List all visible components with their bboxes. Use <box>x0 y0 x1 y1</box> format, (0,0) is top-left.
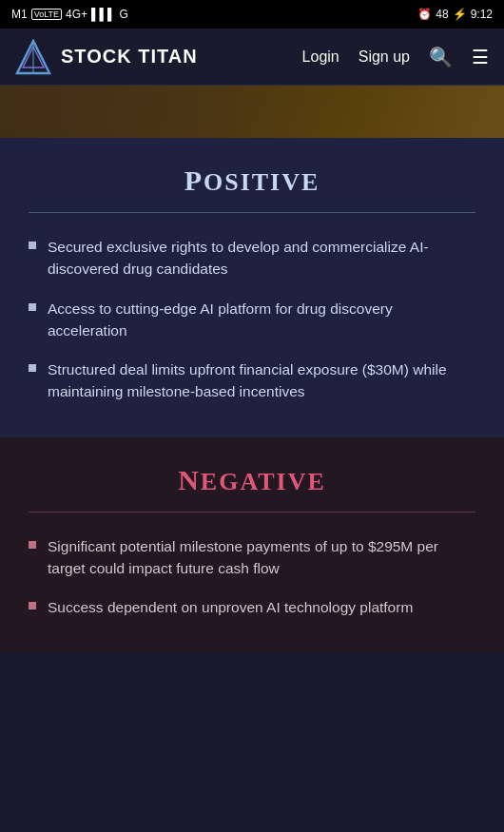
positive-item-2: Access to cutting-edge AI platform for d… <box>48 298 475 342</box>
bullet-square-neg <box>29 541 36 549</box>
negative-item-1: Significant potential milestone payments… <box>48 535 475 580</box>
positive-item-1: Secured exclusive rights to develop and … <box>48 236 475 281</box>
positive-bullet-list: Secured exclusive rights to develop and … <box>29 236 475 403</box>
status-left: M1 VoLTE 4G+ ▌▌▌ G <box>11 8 128 21</box>
menu-icon[interactable]: ☰ <box>472 46 489 68</box>
negative-item-2: Success dependent on unproven AI technol… <box>48 596 413 618</box>
list-item: Success dependent on unproven AI technol… <box>29 596 475 618</box>
negative-bullet-list: Significant potential milestone payments… <box>29 535 475 619</box>
negative-section: NEGATIVE Significant potential milestone… <box>0 437 504 653</box>
negative-divider <box>29 512 475 513</box>
list-item: Significant potential milestone payments… <box>29 535 475 580</box>
positive-divider <box>29 212 475 213</box>
volte-badge: VoLTE <box>31 9 62 20</box>
logo-icon <box>15 39 51 75</box>
positive-title-rest: OSITIVE <box>204 168 320 196</box>
hero-strip <box>0 86 504 138</box>
positive-section: POSITIVE Secured exclusive rights to dev… <box>0 138 504 437</box>
bullet-square <box>29 364 36 372</box>
nav-links: Login Sign up 🔍 ☰ <box>302 46 489 68</box>
bullet-square-neg <box>29 602 36 609</box>
logo-text: STOCK TITAN <box>61 46 198 68</box>
positive-title: POSITIVE <box>29 164 475 197</box>
signup-link[interactable]: Sign up <box>359 48 410 66</box>
search-icon[interactable]: 🔍 <box>429 46 453 68</box>
bullet-square <box>29 303 36 311</box>
status-right: ⏰ 48 ⚡ 9:12 <box>417 8 493 21</box>
battery-label: 48 <box>436 8 448 21</box>
charging-icon: ⚡ <box>453 8 467 21</box>
status-bar: M1 VoLTE 4G+ ▌▌▌ G ⏰ 48 ⚡ 9:12 <box>0 0 504 29</box>
time-label: 9:12 <box>471 8 493 21</box>
g-icon: G <box>120 8 128 21</box>
list-item: Secured exclusive rights to develop and … <box>29 236 475 281</box>
negative-title-rest: EGATIVE <box>201 468 326 495</box>
positive-title-cap: P <box>184 164 204 196</box>
negative-title: NEGATIVE <box>29 464 475 496</box>
negative-title-cap: N <box>178 464 201 495</box>
list-item: Access to cutting-edge AI platform for d… <box>29 298 475 342</box>
signal-icon: ▌▌▌ <box>91 8 116 21</box>
bullet-square <box>29 242 36 249</box>
carrier-label: M1 <box>11 8 28 21</box>
list-item: Structured deal limits upfront financial… <box>29 358 475 403</box>
navbar: STOCK TITAN Login Sign up 🔍 ☰ <box>0 29 504 86</box>
alarm-icon: ⏰ <box>417 8 432 21</box>
logo-area: STOCK TITAN <box>15 39 198 75</box>
network-label: 4G+ <box>66 8 87 21</box>
positive-item-3: Structured deal limits upfront financial… <box>48 358 475 403</box>
login-link[interactable]: Login <box>302 48 339 66</box>
